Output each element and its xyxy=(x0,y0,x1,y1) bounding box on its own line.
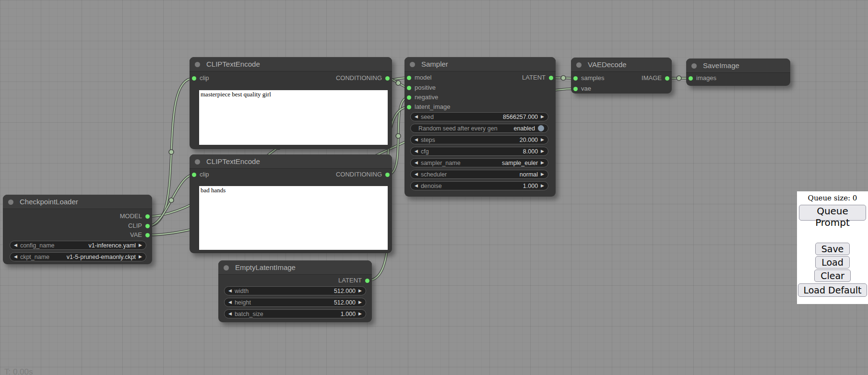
input-slot-samples[interactable]: samples xyxy=(571,74,604,82)
output-dot-icon[interactable] xyxy=(365,279,369,283)
output-dot-icon[interactable] xyxy=(145,233,150,237)
input-slot-model[interactable]: model xyxy=(404,73,431,82)
save-button[interactable]: Save xyxy=(815,243,850,255)
collapse-dot-icon[interactable] xyxy=(410,62,415,67)
node-sampler[interactable]: Sampler model positive negative latent_i… xyxy=(404,57,556,197)
collapse-dot-icon[interactable] xyxy=(691,63,697,69)
load-button[interactable]: Load xyxy=(815,256,850,269)
input-slot-vae[interactable]: vae xyxy=(571,84,591,93)
decrement-arrow-icon[interactable]: ◀ xyxy=(415,138,418,142)
widget-cfg[interactable]: ◀ cfg 8.000 ▶ xyxy=(410,147,548,156)
output-dot-icon[interactable] xyxy=(385,173,390,177)
widget-config-name[interactable]: ◀ config_name v1-inference.yaml ▶ xyxy=(10,241,146,250)
increment-arrow-icon[interactable]: ▶ xyxy=(358,312,362,316)
increment-arrow-icon[interactable]: ▶ xyxy=(541,184,544,188)
increment-arrow-icon[interactable]: ▶ xyxy=(358,300,362,305)
output-slot-conditioning[interactable]: CONDITIONING xyxy=(336,170,392,179)
input-slot-latent-image[interactable]: latent_image xyxy=(404,103,450,111)
output-slot-latent[interactable]: LATENT xyxy=(522,73,556,82)
increment-arrow-icon[interactable]: ▶ xyxy=(541,138,544,142)
widget-random-seed-toggle[interactable]: Random seed after every gen enabled xyxy=(410,124,548,133)
input-slot-clip[interactable]: clip xyxy=(190,170,209,179)
prompt-textarea[interactable]: masterpiece best quality girl xyxy=(199,90,388,145)
input-dot-icon[interactable] xyxy=(407,76,411,80)
output-slot-image[interactable]: IMAGE xyxy=(642,74,672,82)
increment-arrow-icon[interactable]: ▶ xyxy=(358,289,362,293)
widget-height[interactable]: ◀ height 512.000 ▶ xyxy=(224,298,366,307)
input-dot-icon[interactable] xyxy=(407,105,411,109)
decrement-arrow-icon[interactable]: ◀ xyxy=(415,115,418,119)
output-dot-icon[interactable] xyxy=(549,76,553,80)
input-slot-negative[interactable]: negative xyxy=(404,93,438,102)
widget-steps[interactable]: ◀ steps 20.000 ▶ xyxy=(410,135,548,144)
decrement-arrow-icon[interactable]: ◀ xyxy=(228,289,232,293)
next-arrow-icon[interactable]: ▶ xyxy=(541,161,544,165)
output-slot-model[interactable]: MODEL xyxy=(120,212,152,221)
collapse-dot-icon[interactable] xyxy=(195,159,200,164)
input-slot-images[interactable]: images xyxy=(686,74,716,82)
output-slot-latent[interactable]: LATENT xyxy=(338,276,372,285)
collapse-dot-icon[interactable] xyxy=(576,62,582,68)
input-slot-clip[interactable]: clip xyxy=(190,74,209,82)
next-arrow-icon[interactable]: ▶ xyxy=(139,255,142,259)
decrement-arrow-icon[interactable]: ◀ xyxy=(228,300,232,305)
input-dot-icon[interactable] xyxy=(192,76,196,81)
input-dot-icon[interactable] xyxy=(407,95,411,100)
node-title-bar[interactable]: EmptyLatentImage xyxy=(218,260,372,275)
input-dot-icon[interactable] xyxy=(689,76,693,81)
node-title-bar[interactable]: Sampler xyxy=(404,57,556,71)
input-dot-icon[interactable] xyxy=(573,76,578,81)
node-clip-text-encode-positive[interactable]: CLIPTextEncode clip CONDITIONING masterp… xyxy=(190,57,392,149)
widget-batch-size[interactable]: ◀ batch_size 1.000 ▶ xyxy=(224,309,366,318)
prompt-textarea[interactable]: bad hands xyxy=(199,186,388,250)
toggle-on-icon[interactable] xyxy=(538,125,544,131)
node-empty-latent-image[interactable]: EmptyLatentImage LATENT ◀ width 512.000 … xyxy=(218,260,372,322)
input-dot-icon[interactable] xyxy=(192,173,196,177)
node-clip-text-encode-negative[interactable]: CLIPTextEncode clip CONDITIONING bad han… xyxy=(190,154,392,253)
output-dot-icon[interactable] xyxy=(145,214,150,219)
widget-sampler-name[interactable]: ◀ sampler_name sample_euler ▶ xyxy=(410,158,548,167)
widget-ckpt-name[interactable]: ◀ ckpt_name v1-5-pruned-emaonly.ckpt ▶ xyxy=(10,252,146,261)
next-arrow-icon[interactable]: ▶ xyxy=(541,172,544,176)
widget-denoise[interactable]: ◀ denoise 1.000 ▶ xyxy=(410,181,548,190)
next-arrow-icon[interactable]: ▶ xyxy=(139,243,142,247)
widget-width[interactable]: ◀ width 512.000 ▶ xyxy=(224,286,366,295)
decrement-arrow-icon[interactable]: ◀ xyxy=(415,184,418,188)
increment-arrow-icon[interactable]: ▶ xyxy=(541,149,544,153)
collapse-dot-icon[interactable] xyxy=(8,199,13,205)
input-dot-icon[interactable] xyxy=(573,87,578,91)
output-slot-conditioning[interactable]: CONDITIONING xyxy=(336,74,392,82)
node-title-bar[interactable]: VAEDecode xyxy=(571,58,672,72)
increment-arrow-icon[interactable]: ▶ xyxy=(541,115,544,119)
load-default-button[interactable]: Load Default xyxy=(798,283,867,297)
widget-seed[interactable]: ◀ seed 8566257.000 ▶ xyxy=(410,112,548,121)
input-slot-positive[interactable]: positive xyxy=(404,83,436,92)
output-dot-icon[interactable] xyxy=(665,76,669,81)
node-graph-canvas[interactable]: CheckpointLoader MODEL CLIP VAE ◀ config… xyxy=(0,0,868,375)
queue-prompt-button[interactable]: Queue Prompt xyxy=(799,205,866,221)
prev-arrow-icon[interactable]: ◀ xyxy=(415,172,418,176)
prev-arrow-icon[interactable]: ◀ xyxy=(415,161,418,165)
clear-button[interactable]: Clear xyxy=(814,270,851,282)
node-title-bar[interactable]: CheckpointLoader xyxy=(3,195,152,209)
collapse-dot-icon[interactable] xyxy=(224,265,229,270)
output-slot-vae[interactable]: VAE xyxy=(130,231,152,239)
output-dot-icon[interactable] xyxy=(145,224,150,228)
decrement-arrow-icon[interactable]: ◀ xyxy=(415,149,418,153)
decrement-arrow-icon[interactable]: ◀ xyxy=(228,312,232,316)
prev-arrow-icon[interactable]: ◀ xyxy=(14,243,17,247)
node-save-image[interactable]: SaveImage images xyxy=(686,59,790,86)
node-title-bar[interactable]: SaveImage xyxy=(686,59,790,73)
node-title-bar[interactable]: CLIPTextEncode xyxy=(190,154,392,169)
input-dot-icon[interactable] xyxy=(407,86,411,90)
node-title-bar[interactable]: CLIPTextEncode xyxy=(190,57,392,71)
output-dot-icon[interactable] xyxy=(385,76,390,81)
prev-arrow-icon[interactable]: ◀ xyxy=(14,255,17,259)
widget-scheduler[interactable]: ◀ scheduler normal ▶ xyxy=(410,170,548,179)
output-slot-clip[interactable]: CLIP xyxy=(128,222,152,230)
node-vae-decode[interactable]: VAEDecode samples vae IMAGE xyxy=(571,58,672,94)
workflow-buttons: Save Load Clear xyxy=(797,243,868,282)
node-title: CLIPTextEncode xyxy=(206,60,260,68)
node-checkpoint-loader[interactable]: CheckpointLoader MODEL CLIP VAE ◀ config… xyxy=(3,195,152,264)
collapse-dot-icon[interactable] xyxy=(195,62,200,67)
